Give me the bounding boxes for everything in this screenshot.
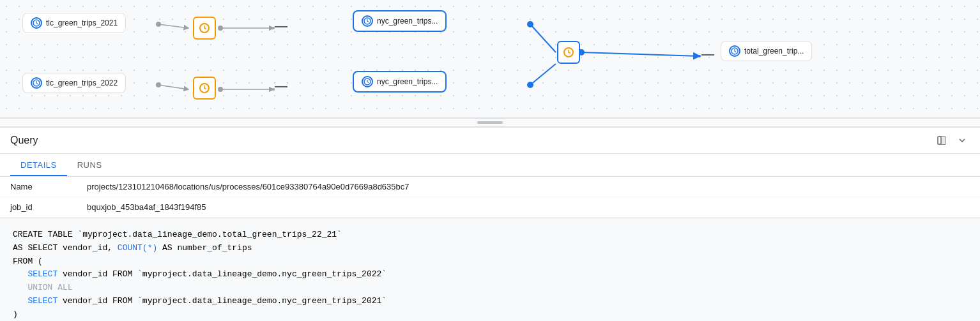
dag-filter-1[interactable] <box>193 17 216 40</box>
dash-connector-3: — <box>701 46 714 61</box>
svg-line-5 <box>530 64 556 85</box>
tab-runs[interactable]: RUNS <box>67 154 112 176</box>
sql-line-5: UNION ALL <box>13 281 967 295</box>
svg-rect-26 <box>941 137 946 144</box>
sql-union-all: UNION ALL <box>13 283 73 292</box>
dag-union-operator[interactable] <box>557 41 580 64</box>
table-icon-nyc2 <box>362 76 373 87</box>
table-icon-nyc1 <box>362 15 373 27</box>
node-label-2022: tlc_green_trips_2022 <box>46 78 118 87</box>
svg-point-16 <box>698 55 701 57</box>
sql-kw-select1: SELECT <box>27 269 57 279</box>
svg-line-0 <box>158 24 188 28</box>
table-icon-total <box>729 45 740 57</box>
details-row-name: Name projects/123101210468/locations/us/… <box>0 177 980 197</box>
dag-filter-2[interactable] <box>193 77 216 100</box>
sql-line-2: AS SELECT vendor_id, COUNT(*) AS number_… <box>13 242 967 255</box>
query-panel: Query DETAILS RUNS Name projects/1231 <box>0 127 980 321</box>
svg-point-11 <box>156 82 161 87</box>
node-label-2021: tlc_green_trips_2021 <box>46 19 118 27</box>
dag-node-tlc-2022[interactable]: tlc_green_trips_2022 <box>22 73 126 93</box>
svg-point-14 <box>527 82 533 88</box>
sql-line-1: CREATE TABLE `myproject.data_lineage_dem… <box>13 228 967 242</box>
svg-point-12 <box>218 87 223 92</box>
name-label: Name <box>10 182 87 191</box>
collapse-handle <box>477 121 503 124</box>
query-panel-header: Query <box>0 128 980 154</box>
details-table: Name projects/123101210468/locations/us/… <box>0 177 980 218</box>
node-label-nyc2: nyc_green_trips... <box>377 77 438 86</box>
sql-line-6: SELECT vendor_id FROM `myproject.data_li… <box>13 295 967 308</box>
svg-line-2 <box>530 24 556 52</box>
query-title: Query <box>10 135 38 146</box>
dag-node-nyc-2[interactable]: nyc_green_trips... <box>353 71 447 93</box>
dag-canvas: tlc_green_trips_2021 — nyc_green_trips..… <box>0 0 980 118</box>
dag-arrows <box>0 0 980 117</box>
node-label-nyc1: nyc_green_trips... <box>377 17 438 26</box>
sql-kw-select2: SELECT <box>27 296 57 306</box>
svg-point-8 <box>218 26 223 31</box>
tabs-bar: DETAILS RUNS <box>0 154 980 177</box>
sql-fn-count: COUNT(*) <box>118 243 157 253</box>
expand-panel-button[interactable] <box>934 133 949 148</box>
svg-point-7 <box>156 22 161 27</box>
sql-line-7: ) <box>13 308 967 321</box>
tab-details[interactable]: DETAILS <box>10 154 67 176</box>
sql-editor: CREATE TABLE `myproject.data_lineage_dem… <box>0 218 980 321</box>
table-icon-2021 <box>31 17 42 29</box>
dag-node-tlc-2021[interactable]: tlc_green_trips_2021 <box>22 13 126 33</box>
jobid-label: job_id <box>10 202 87 212</box>
jobid-value: bquxjob_453ba4af_1843f194f85 <box>87 202 206 212</box>
svg-line-6 <box>581 52 700 56</box>
node-label-total: total_green_trip... <box>744 47 804 56</box>
dag-node-total[interactable]: total_green_trip... <box>721 41 812 61</box>
sql-line-3: FROM ( <box>13 255 967 269</box>
name-value: projects/123101210468/locations/us/proce… <box>87 182 410 191</box>
sql-line-4: SELECT vendor_id FROM `myproject.data_li… <box>13 268 967 281</box>
table-icon-2022 <box>31 77 42 89</box>
collapse-panel-button[interactable] <box>954 133 970 148</box>
svg-point-10 <box>527 21 533 27</box>
sql-kw-as-select: AS SELECT <box>13 243 57 253</box>
panel-actions <box>934 133 970 148</box>
collapse-bar[interactable] <box>0 118 980 127</box>
sql-kw-from: FROM <box>13 257 33 266</box>
dag-node-nyc-1[interactable]: nyc_green_trips... <box>353 10 447 32</box>
dash-connector-2: — <box>275 78 287 93</box>
details-row-jobid: job_id bquxjob_453ba4af_1843f194f85 <box>0 197 980 218</box>
union-icon <box>563 47 574 58</box>
dash-connector-1: — <box>275 18 287 33</box>
svg-line-3 <box>158 85 188 89</box>
sql-kw-create: CREATE TABLE <box>13 230 73 239</box>
